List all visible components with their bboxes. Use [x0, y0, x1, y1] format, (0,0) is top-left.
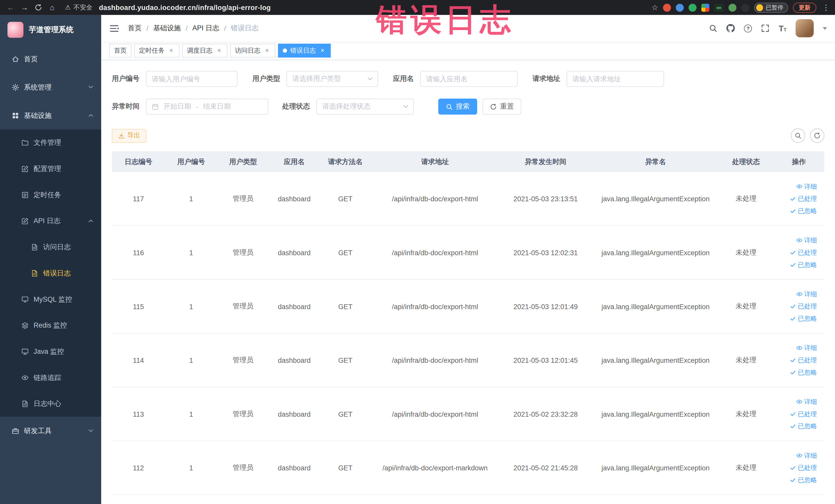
extension-icon-grid[interactable] — [701, 3, 709, 11]
cell-request-url: /api/infra/db-doc/export-html — [371, 302, 499, 310]
sidebar-item-label: 链路追踪 — [34, 373, 61, 382]
search-button[interactable]: 搜索 — [438, 99, 477, 115]
action-ignored[interactable]: 已忽略 — [790, 260, 817, 269]
action-detail[interactable]: 详细 — [796, 451, 817, 460]
action-processed[interactable]: 已处理 — [790, 356, 817, 365]
browser-forward-icon[interactable]: → — [18, 1, 31, 14]
action-processed[interactable]: 已处理 — [790, 302, 817, 311]
extension-icon-on-badge[interactable]: on — [714, 3, 724, 11]
app-name-input[interactable] — [420, 71, 518, 87]
process-status-select[interactable]: 请选择处理状态 — [316, 99, 414, 115]
extension-icon-red[interactable] — [663, 3, 671, 11]
eye-icon — [796, 345, 803, 351]
sidebar-item-label: Redis 监控 — [34, 320, 67, 330]
action-processed[interactable]: 已处理 — [790, 194, 817, 203]
tab-schedule-logs[interactable]: 调度日志 × — [182, 44, 227, 58]
sidebar-item-log-center[interactable]: 日志中心 — [0, 390, 101, 417]
user-id-input[interactable] — [146, 71, 238, 87]
tab-scheduled-tasks[interactable]: 定时任务 × — [134, 44, 179, 58]
sidebar-logo[interactable]: 芋道管理系统 — [0, 15, 101, 45]
hamburger-icon[interactable] — [109, 23, 119, 33]
fullscreen-icon[interactable] — [761, 24, 770, 32]
sidebar-item-config-management[interactable]: 配置管理 — [0, 156, 101, 182]
tab-error-logs[interactable]: 错误日志 × — [278, 44, 331, 58]
help-icon[interactable]: ? — [744, 24, 752, 32]
sidebar-item-home[interactable]: 首页 — [0, 45, 101, 73]
github-icon[interactable] — [727, 24, 735, 32]
font-size-icon[interactable]: TT — [779, 24, 787, 32]
extension-icon-sprout[interactable] — [729, 3, 736, 11]
breadcrumb-infrastructure[interactable]: 基础设施 — [153, 23, 181, 33]
sidebar-item-dev-tools[interactable]: 研发工具 — [0, 417, 101, 445]
export-button[interactable]: 导出 — [112, 129, 147, 142]
action-detail[interactable]: 详细 — [796, 343, 817, 352]
sidebar: 芋道管理系统 首页 系统管理 基础设施 文件管理 — [0, 15, 101, 504]
exception-time-label: 异常时间 — [112, 102, 140, 111]
action-detail[interactable]: 详细 — [796, 236, 817, 245]
toggle-search-button[interactable] — [791, 128, 805, 143]
sidebar-item-error-logs[interactable]: 错误日志 — [0, 260, 101, 286]
sidebar-item-label: 首页 — [24, 54, 38, 64]
sidebar-item-java-monitor[interactable]: Java 监控 — [0, 338, 101, 365]
sidebar-item-mysql-monitor[interactable]: MySQL 监控 — [0, 286, 101, 312]
browser-reload-icon[interactable] — [32, 1, 45, 14]
sidebar-item-api-logs[interactable]: API 日志 — [0, 208, 101, 234]
tab-home[interactable]: 首页 — [109, 44, 131, 58]
breadcrumb-home[interactable]: 首页 — [128, 23, 142, 33]
browser-home-icon[interactable]: ⌂ — [46, 1, 59, 14]
table-row: 117 1 管理员 dashboard GET /api/infra/db-do… — [112, 172, 824, 226]
tab-close-icon[interactable]: × — [264, 47, 270, 54]
tab-close-icon[interactable]: × — [168, 47, 175, 54]
action-processed[interactable]: 已处理 — [790, 409, 817, 419]
action-ignored[interactable]: 已忽略 — [790, 206, 817, 216]
browser-menu-icon[interactable]: ⋮ — [821, 3, 831, 12]
check-icon — [790, 423, 796, 429]
tab-access-logs[interactable]: 访问日志 × — [230, 44, 275, 58]
cell-method: GET — [320, 464, 371, 472]
browser-address-bar[interactable]: ⚠ 不安全 dashboard.yudao.iocoder.cn/infra/l… — [65, 3, 271, 12]
browser-update-button[interactable]: 更新 — [793, 2, 816, 12]
cell-request-url: /api/infra/db-doc/export-html — [371, 410, 499, 418]
action-ignored-label: 已忽略 — [798, 314, 817, 323]
sidebar-item-scheduled-tasks[interactable]: 定时任务 — [0, 182, 101, 208]
tab-close-icon[interactable]: × — [319, 47, 326, 54]
action-processed[interactable]: 已处理 — [790, 248, 817, 257]
browser-back-icon[interactable]: ← — [4, 1, 17, 14]
sidebar-item-infrastructure[interactable]: 基础设施 — [0, 101, 101, 129]
grid-icon — [12, 112, 19, 119]
search-icon — [446, 103, 452, 110]
layers-icon — [21, 321, 29, 329]
extension-icon-green[interactable] — [688, 3, 696, 11]
cell-actions: 详细 已处理 已忽略 — [773, 182, 824, 216]
request-url-input[interactable] — [567, 71, 664, 87]
bookmark-star-icon[interactable]: ☆ — [651, 3, 658, 12]
action-ignored[interactable]: 已忽略 — [790, 422, 817, 430]
tab-close-icon[interactable]: × — [216, 47, 223, 54]
action-detail[interactable]: 详细 — [796, 397, 817, 406]
action-ignored[interactable]: 已忽略 — [790, 476, 817, 484]
search-icon[interactable] — [709, 24, 717, 32]
sidebar-item-system-management[interactable]: 系统管理 — [0, 73, 101, 101]
breadcrumb-api-logs[interactable]: API 日志 — [192, 23, 219, 33]
action-detail[interactable]: 详细 — [796, 289, 817, 299]
reset-button[interactable]: 重置 — [483, 99, 521, 115]
tab-label: 定时任务 — [139, 46, 165, 55]
sidebar-item-file-management[interactable]: 文件管理 — [0, 129, 101, 156]
extension-icon-blue-drop[interactable] — [676, 3, 684, 11]
action-ignored[interactable]: 已忽略 — [790, 368, 817, 377]
user-type-select[interactable]: 请选择用户类型 — [286, 71, 378, 87]
avatar-caret-down-icon[interactable] — [823, 27, 827, 29]
cell-user-type: 管理员 — [217, 194, 269, 203]
refresh-table-button[interactable] — [810, 128, 824, 143]
action-detail[interactable]: 详细 — [796, 182, 817, 191]
sidebar-item-access-logs[interactable]: 访问日志 — [0, 234, 101, 260]
sidebar-item-link-tracing[interactable]: 链路追踪 — [0, 364, 101, 390]
action-processed[interactable]: 已处理 — [790, 463, 817, 472]
action-ignored[interactable]: 已忽略 — [790, 314, 817, 323]
user-avatar[interactable] — [795, 19, 814, 38]
extension-icon-paw[interactable] — [741, 3, 749, 11]
browser-profile-chip[interactable]: 已暂停 — [754, 2, 788, 12]
date-range-picker[interactable]: 开始日期 - 结束日期 — [146, 99, 268, 115]
action-detail-label: 详细 — [804, 289, 817, 299]
sidebar-item-redis-monitor[interactable]: Redis 监控 — [0, 312, 101, 338]
